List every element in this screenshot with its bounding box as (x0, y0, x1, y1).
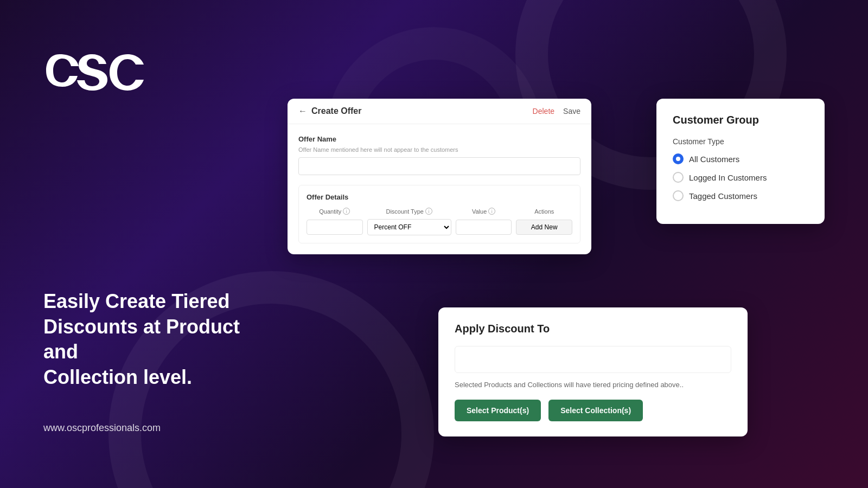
discount-type-info-icon: i (425, 208, 432, 215)
customer-type-label: Customer Type (673, 137, 808, 146)
card-title: Create Offer (311, 106, 361, 116)
discount-hint: Selected Products and Collections will h… (455, 381, 731, 389)
radio-logged-in-circle (673, 172, 684, 183)
value-info-icon: i (488, 208, 495, 215)
radio-all-label: All Customers (689, 155, 739, 164)
select-products-button[interactable]: Select Product(s) (455, 400, 541, 421)
apply-discount-card: Apply Discount To Selected Products and … (438, 307, 748, 436)
logo (43, 43, 152, 100)
discount-buttons: Select Product(s) Select Collection(s) (455, 400, 731, 421)
back-icon[interactable]: ← (298, 106, 307, 116)
offer-name-hint: Offer Name mentioned here will not appea… (298, 146, 580, 153)
apply-discount-title: Apply Discount To (455, 323, 731, 335)
radio-tagged-circle (673, 190, 684, 201)
add-new-button[interactable]: Add New (516, 220, 572, 235)
radio-tagged-label: Tagged Customers (689, 191, 757, 201)
quantity-info-icon: i (343, 208, 350, 215)
card-body: Offer Name Offer Name mentioned here wil… (288, 124, 591, 254)
customer-group-card: Customer Group Customer Type All Custome… (656, 99, 825, 224)
radio-all-customers[interactable]: All Customers (673, 153, 808, 164)
offer-details-section: Offer Details Quantity i Discount Type i… (298, 185, 580, 243)
card-header-actions: Delete Save (533, 107, 580, 115)
radio-all-circle (673, 153, 684, 164)
col-actions: Actions (516, 208, 572, 215)
radio-logged-in-customers[interactable]: Logged In Customers (673, 172, 808, 183)
card-header-left: ← Create Offer (298, 106, 361, 116)
value-input[interactable] (456, 220, 512, 235)
create-offer-card: ← Create Offer Delete Save Offer Name Of… (288, 99, 591, 254)
table-header: Quantity i Discount Type i Value i Actio… (307, 208, 572, 215)
col-quantity: Quantity i (307, 208, 363, 215)
table-row: Percent OFF Fixed Amount Add New (307, 219, 572, 235)
save-button[interactable]: Save (563, 107, 580, 115)
col-discount-type: Discount Type i (367, 208, 451, 215)
radio-tagged-customers[interactable]: Tagged Customers (673, 190, 808, 201)
card-header: ← Create Offer Delete Save (288, 99, 591, 124)
customer-group-title: Customer Group (673, 114, 808, 126)
tagline: Easily Create Tiered Discounts at Produc… (43, 289, 277, 390)
select-collections-button[interactable]: Select Collection(s) (548, 400, 643, 421)
delete-button[interactable]: Delete (533, 107, 554, 115)
offer-name-input[interactable] (298, 157, 580, 175)
offer-name-label: Offer Name (298, 135, 580, 143)
offer-details-title: Offer Details (307, 193, 572, 201)
discount-content-area (455, 346, 731, 373)
quantity-input[interactable] (307, 220, 363, 235)
col-value: Value i (456, 208, 512, 215)
website-url: www.oscprofessionals.com (43, 422, 161, 434)
radio-logged-in-label: Logged In Customers (689, 173, 767, 182)
discount-type-select[interactable]: Percent OFF Fixed Amount (367, 219, 451, 235)
